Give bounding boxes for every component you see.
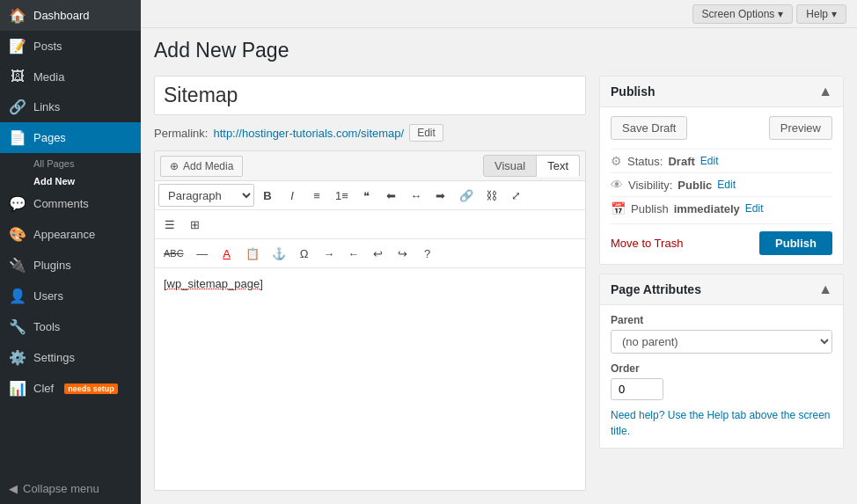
clef-icon: 📊 bbox=[9, 380, 26, 397]
tab-text[interactable]: Text bbox=[536, 155, 580, 177]
screen-options-chevron-icon: ▾ bbox=[778, 8, 783, 20]
toggle-toolbar-button[interactable]: ⊞ bbox=[183, 213, 206, 236]
undo-button[interactable]: ↩ bbox=[367, 242, 390, 265]
sidebar-label-links: Links bbox=[33, 100, 60, 113]
right-sidebar: Publish ▲ Save Draft Preview ⚙ Status: D… bbox=[599, 76, 844, 491]
pages-icon: 📄 bbox=[9, 129, 26, 146]
visibility-edit-link[interactable]: Edit bbox=[717, 179, 736, 191]
status-row: ⚙ Status: Draft Edit bbox=[611, 149, 832, 172]
sidebar-item-comments[interactable]: 💬 Comments bbox=[0, 188, 141, 219]
order-label: Order bbox=[611, 362, 832, 375]
clef-needs-setup-badge: needs setup bbox=[64, 383, 118, 394]
ordered-list-button[interactable]: 1≡ bbox=[330, 184, 354, 207]
collapse-icon: ◀ bbox=[9, 482, 18, 495]
paste-button[interactable]: 📋 bbox=[240, 242, 265, 265]
editor-tabs-bar: ⊕ Add Media Visual Text bbox=[155, 151, 585, 181]
redo-button[interactable]: ↪ bbox=[392, 242, 414, 265]
sidebar-item-clef[interactable]: 📊 Clef needs setup bbox=[0, 373, 141, 404]
posts-icon: 📝 bbox=[9, 38, 26, 55]
publish-metabox-toggle[interactable]: ▲ bbox=[818, 84, 832, 99]
help-editor-button[interactable]: ? bbox=[416, 242, 439, 265]
editor-mode-tabs: Visual Text bbox=[484, 155, 580, 177]
publish-metabox: Publish ▲ Save Draft Preview ⚙ Status: D… bbox=[599, 76, 844, 265]
help-text: Need help? Use the Help tab above the sc… bbox=[611, 407, 832, 439]
publish-metabox-body: Save Draft Preview ⚙ Status: Draft Edit … bbox=[600, 107, 843, 264]
status-value: Draft bbox=[668, 155, 694, 168]
publish-button[interactable]: Publish bbox=[759, 231, 832, 255]
publish-time-row: 📅 Publish immediately Edit bbox=[611, 196, 832, 220]
status-icon: ⚙ bbox=[611, 154, 622, 168]
format-select[interactable]: Paragraph Heading 1 Heading 2 Heading 3 bbox=[158, 184, 254, 207]
plugins-icon: 🔌 bbox=[9, 257, 26, 274]
fullscreen-button[interactable]: ⤢ bbox=[505, 184, 528, 207]
sidebar-item-users[interactable]: 👤 Users bbox=[0, 281, 141, 311]
publish-time-edit-link[interactable]: Edit bbox=[745, 202, 764, 215]
screen-options-button[interactable]: Screen Options ▾ bbox=[692, 4, 794, 24]
sidebar-item-appearance[interactable]: 🎨 Appearance bbox=[0, 219, 141, 250]
editor-box: ⊕ Add Media Visual Text Paragraph Headin… bbox=[154, 150, 586, 491]
page-attributes-metabox: Page Attributes ▲ Parent (no parent) Sam… bbox=[599, 274, 844, 449]
add-media-icon: ⊕ bbox=[170, 160, 179, 172]
sidebar-item-tools[interactable]: 🔧 Tools bbox=[0, 311, 141, 342]
bold-button[interactable]: B bbox=[256, 184, 279, 207]
align-right-button[interactable]: ➡ bbox=[429, 184, 452, 207]
preview-button[interactable]: Preview bbox=[769, 116, 832, 140]
visibility-row: 👁 Visibility: Public Edit bbox=[611, 172, 832, 196]
collapse-menu-button[interactable]: ◀ Collapse menu bbox=[0, 473, 141, 504]
comments-icon: 💬 bbox=[9, 195, 26, 212]
italic-button[interactable]: I bbox=[281, 184, 304, 207]
align-center-button[interactable]: ↔ bbox=[405, 184, 428, 207]
toolbar-row-3: ABC — A 📋 ⚓ Ω → ← ↩ ↪ ? bbox=[155, 239, 585, 268]
visibility-label: Visibility: bbox=[628, 179, 672, 192]
permalink-label: Permalink: bbox=[154, 127, 208, 140]
outdent-button[interactable]: ← bbox=[342, 242, 365, 265]
dashboard-icon: 🏠 bbox=[9, 7, 26, 24]
permalink-edit-button[interactable]: Edit bbox=[409, 124, 443, 142]
sidebar-item-pages[interactable]: 📄 Pages bbox=[0, 122, 141, 153]
add-media-button[interactable]: ⊕ Add Media bbox=[160, 156, 243, 177]
text-color-button[interactable]: A bbox=[216, 242, 238, 265]
save-draft-button[interactable]: Save Draft bbox=[611, 116, 687, 140]
sidebar-item-add-new[interactable]: Add New bbox=[0, 171, 141, 188]
sidebar-label-dashboard: Dashboard bbox=[33, 9, 90, 22]
page-attributes-toggle[interactable]: ▲ bbox=[818, 281, 832, 297]
content-area: Permalink: http://hostinger-tutorials.co… bbox=[141, 62, 857, 504]
order-input[interactable] bbox=[611, 378, 663, 400]
sidebar-label-clef: Clef bbox=[33, 382, 54, 395]
topbar: Screen Options ▾ Help ▾ bbox=[141, 0, 857, 28]
sidebar-item-settings[interactable]: ⚙️ Settings bbox=[0, 342, 141, 373]
toolbar-row-2: ☰ ⊞ bbox=[155, 210, 585, 239]
move-to-trash-link[interactable]: Move to Trash bbox=[611, 237, 683, 250]
page-title-input[interactable] bbox=[154, 76, 586, 115]
status-edit-link[interactable]: Edit bbox=[700, 155, 719, 167]
sidebar-item-dashboard[interactable]: 🏠 Dashboard bbox=[0, 0, 141, 31]
add-media-label: Add Media bbox=[183, 160, 233, 172]
page-attributes-body: Parent (no parent) Sample Page Order Nee… bbox=[600, 305, 843, 448]
unordered-list-button[interactable]: ≡ bbox=[305, 184, 328, 207]
permalink-url[interactable]: http://hostinger-tutorials.com/sitemap/ bbox=[213, 127, 404, 140]
page-attributes-title: Page Attributes bbox=[611, 282, 701, 296]
editor-content-area[interactable]: [wp_sitemap_page] bbox=[155, 268, 585, 490]
strikethrough-button[interactable]: ABC bbox=[158, 242, 189, 265]
help-button[interactable]: Help ▾ bbox=[796, 4, 846, 24]
align-left2-button[interactable]: ☰ bbox=[158, 213, 181, 236]
sidebar: 🏠 Dashboard 📝 Posts 🖼 Media 🔗 Links 📄 Pa… bbox=[0, 0, 141, 504]
parent-label: Parent bbox=[611, 314, 832, 326]
indent-button[interactable]: → bbox=[318, 242, 341, 265]
blockquote-button[interactable]: ❝ bbox=[355, 184, 378, 207]
unlink-button[interactable]: ⛓ bbox=[480, 184, 503, 207]
horizontal-rule-button[interactable]: — bbox=[191, 242, 214, 265]
special-char-button[interactable]: Ω bbox=[293, 242, 316, 265]
sidebar-item-links[interactable]: 🔗 Links bbox=[0, 91, 141, 122]
sidebar-item-media[interactable]: 🖼 Media bbox=[0, 62, 141, 91]
link-button[interactable]: 🔗 bbox=[454, 184, 479, 207]
status-label: Status: bbox=[627, 155, 663, 168]
sidebar-item-posts[interactable]: 📝 Posts bbox=[0, 31, 141, 62]
tab-visual[interactable]: Visual bbox=[483, 155, 537, 177]
parent-select[interactable]: (no parent) Sample Page bbox=[611, 330, 832, 354]
align-left-button[interactable]: ⬅ bbox=[380, 184, 403, 207]
sidebar-item-plugins[interactable]: 🔌 Plugins bbox=[0, 250, 141, 281]
page-title: Add New Page bbox=[141, 28, 857, 62]
sidebar-item-all-pages[interactable]: All Pages bbox=[0, 153, 141, 171]
anchor-button[interactable]: ⚓ bbox=[267, 242, 291, 265]
